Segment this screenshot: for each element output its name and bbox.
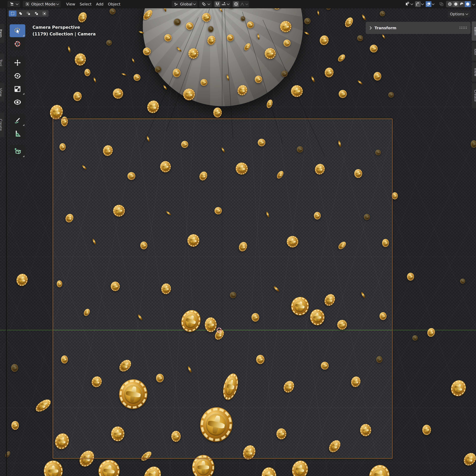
coin-edge[interactable] (121, 73, 127, 76)
coin-edge[interactable] (338, 140, 341, 147)
coin[interactable] (11, 364, 18, 372)
coin[interactable] (117, 357, 133, 374)
coin-edge[interactable] (357, 80, 363, 85)
object-visibility-dropdown[interactable] (403, 1, 414, 7)
coin[interactable] (97, 458, 121, 476)
coin[interactable] (283, 39, 290, 47)
select-mode-invert[interactable] (33, 11, 40, 17)
coin[interactable] (230, 292, 236, 298)
coin[interactable] (289, 295, 311, 318)
coin[interactable] (337, 240, 347, 251)
coin[interactable] (266, 99, 273, 109)
coin[interactable] (471, 140, 476, 148)
tool-cursor[interactable] (10, 37, 25, 50)
coin[interactable] (313, 162, 326, 176)
xray-toggle-icon[interactable] (439, 1, 444, 7)
left-editor-tab-item[interactable]: Item (0, 24, 5, 43)
coin-edge[interactable] (166, 211, 171, 216)
shading-wireframe-icon[interactable] (447, 1, 453, 7)
coin[interactable] (178, 307, 204, 335)
coin[interactable] (198, 170, 209, 182)
coin-edge[interactable] (361, 291, 366, 299)
coin[interactable] (337, 53, 346, 63)
snap-target-icon[interactable] (221, 1, 226, 7)
coin[interactable] (134, 74, 140, 81)
coin[interactable] (281, 70, 288, 77)
options-button[interactable]: Options (448, 11, 470, 17)
editor-divider[interactable] (6, 0, 7, 476)
transform-panel-header[interactable]: Transform (366, 22, 471, 34)
coin[interactable] (364, 214, 370, 220)
coin[interactable] (235, 162, 249, 176)
coin[interactable] (227, 34, 234, 41)
coin-edge[interactable] (266, 211, 270, 218)
coin[interactable] (322, 292, 337, 308)
coin[interactable] (111, 426, 124, 441)
coin-edge[interactable] (311, 76, 315, 83)
coin[interactable] (375, 150, 381, 155)
coin[interactable] (186, 233, 201, 248)
select-mode-set[interactable] (9, 11, 17, 17)
coin[interactable] (11, 421, 19, 430)
coin[interactable] (205, 317, 217, 332)
coin[interactable] (412, 335, 418, 341)
menu-select[interactable]: Select (77, 2, 94, 6)
proportional-falloff-icon[interactable] (239, 1, 245, 7)
coin[interactable] (247, 21, 254, 28)
coin[interactable] (201, 79, 207, 86)
coin[interactable] (90, 374, 103, 389)
coin-edge[interactable] (146, 136, 150, 142)
left-editor-tab-create[interactable]: Create (0, 112, 5, 137)
left-editor-tab-view[interactable]: View (0, 83, 5, 102)
select-mode-subtract[interactable] (25, 11, 32, 17)
coin[interactable] (360, 424, 371, 436)
coin[interactable] (255, 76, 262, 83)
proportional-editing-icon[interactable] (233, 1, 239, 7)
coin[interactable] (186, 22, 193, 30)
coin[interactable] (319, 34, 330, 46)
coin[interactable] (113, 205, 125, 217)
tool-move[interactable] (10, 56, 25, 69)
tool-add-cube[interactable] (10, 145, 25, 158)
coin-edge[interactable] (163, 85, 168, 90)
overlays-dropdown[interactable] (425, 1, 435, 7)
coin[interactable] (276, 428, 287, 440)
select-mode-extend[interactable] (17, 11, 24, 17)
coin[interactable] (213, 107, 222, 118)
tool-scale[interactable] (10, 83, 25, 95)
coin[interactable] (310, 309, 325, 325)
coin[interactable] (181, 141, 188, 148)
coin[interactable] (171, 431, 181, 442)
coin[interactable] (83, 308, 91, 317)
coin[interactable] (64, 212, 75, 224)
coin[interactable] (74, 52, 87, 67)
coin[interactable] (156, 374, 164, 382)
coin[interactable] (448, 378, 468, 399)
coin[interactable] (357, 35, 363, 41)
snap-magnet-icon[interactable] (215, 1, 220, 7)
sidebar-tab-item[interactable]: Item (472, 21, 476, 41)
coin[interactable] (160, 161, 171, 172)
coin[interactable] (324, 67, 334, 78)
coin[interactable] (208, 26, 214, 32)
coin[interactable] (4, 450, 11, 458)
coin[interactable] (143, 48, 151, 55)
coin[interactable] (173, 68, 181, 77)
coin[interactable] (145, 99, 161, 115)
coin-edge[interactable] (304, 31, 310, 35)
shading-material-icon[interactable] (459, 1, 465, 7)
coin-edge[interactable] (273, 286, 280, 292)
sidebar-tab-tool[interactable]: Tool (472, 42, 476, 61)
coin[interactable] (15, 272, 30, 288)
coin[interactable] (370, 45, 378, 52)
select-mode-intersect[interactable] (41, 11, 48, 17)
coin[interactable] (304, 18, 311, 24)
coin[interactable] (379, 312, 387, 320)
coin[interactable] (155, 66, 161, 73)
coin[interactable] (275, 170, 285, 180)
coin[interactable] (287, 236, 298, 248)
sidebar-tab-create[interactable]: Create (472, 83, 476, 108)
coin[interactable] (426, 327, 436, 338)
coin[interactable] (290, 459, 310, 476)
coin[interactable] (366, 462, 392, 476)
